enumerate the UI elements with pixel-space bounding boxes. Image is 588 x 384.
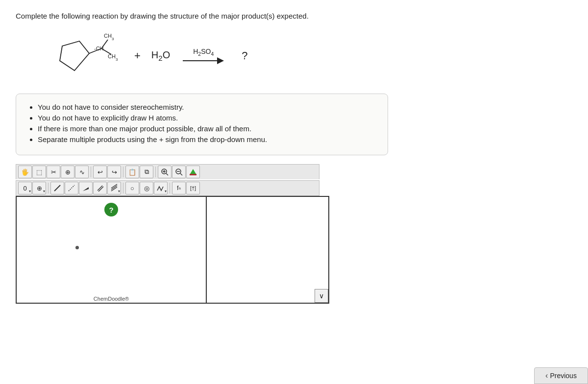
toolbar-row-1: 🖐 ⬚ ✂ ⊕ ∿ ↩ ↪ 📋 ⧉ [16, 164, 319, 179]
question-text: Complete the following reaction by drawi… [16, 12, 572, 20]
zoom-out-tool[interactable] [172, 166, 186, 178]
chain-btn[interactable] [154, 182, 168, 194]
chemdoodle-toolbar: 🖐 ⬚ ✂ ⊕ ∿ ↩ ↪ 📋 ⧉ [16, 164, 319, 196]
marquee-tool[interactable]: ⬚ [32, 166, 46, 178]
separator [91, 167, 91, 177]
reaction-area: CH3 -CH CH3 + H2O H2SO4 ? [45, 29, 572, 83]
svg-marker-14 [190, 169, 196, 174]
previous-label: Previous [550, 372, 576, 380]
svg-line-12 [180, 173, 182, 175]
instruction-item: If there is more than one major product … [38, 124, 376, 133]
circle-shape-btn[interactable]: ○ [125, 182, 139, 194]
side-panel: ∨ [207, 196, 329, 304]
instruction-item: You do not have to consider stereochemis… [38, 103, 376, 111]
canvas-wrapper: ? ChemDoodle® ∨ [16, 196, 572, 304]
plus-sign: + [134, 49, 141, 62]
redo-tool[interactable]: ↪ [107, 166, 121, 178]
copy-tool[interactable]: ⧉ [140, 166, 153, 178]
toolbar-row-2: 0 ⊕ ○ ◎ [16, 180, 319, 196]
instructions-box: You do not have to consider stereochemis… [16, 94, 388, 155]
wedge-bond-btn[interactable] [79, 182, 93, 194]
chemdoodle-label: ChemDoodle® [94, 296, 129, 302]
panel-dropdown-btn[interactable]: ∨ [315, 289, 328, 303]
molecule-structure: CH3 -CH CH3 [45, 29, 123, 83]
draw-canvas[interactable]: ? ChemDoodle® [16, 196, 207, 304]
zoom-in-tool[interactable] [158, 166, 172, 178]
single-bond-btn[interactable] [50, 182, 64, 194]
dot-indicator [75, 246, 79, 249]
add-atom-btn[interactable]: ⊕ [32, 182, 46, 194]
previous-button[interactable]: ‹ Previous [534, 367, 588, 384]
template-tool[interactable]: 📋 [125, 166, 139, 178]
triple-bond-btn[interactable] [107, 182, 121, 194]
svg-text:-CH: -CH [94, 46, 104, 51]
svg-rect-15 [190, 174, 196, 175]
reaction-arrow: H2SO4 [183, 48, 224, 65]
bracket-tool-btn[interactable]: [†] [186, 182, 200, 194]
product-placeholder: ? [242, 49, 247, 62]
instruction-item: You do not have to explicitly draw H ato… [38, 114, 376, 122]
chevron-left-icon: ‹ [545, 371, 548, 380]
ring-shape-btn[interactable]: ◎ [140, 182, 153, 194]
svg-text:CH3: CH3 [104, 33, 114, 41]
lasso-tool[interactable]: ✂ [47, 166, 60, 178]
svg-marker-0 [60, 41, 89, 71]
help-bubble[interactable]: ? [104, 203, 118, 216]
svg-line-16 [54, 185, 60, 191]
separator [170, 183, 170, 193]
dashed-bond-btn[interactable] [65, 182, 78, 194]
ring-query-tool[interactable]: ⊕ [61, 166, 74, 178]
instruction-item: Separate multiple products using the + s… [38, 135, 376, 144]
svg-text:CH3: CH3 [108, 53, 118, 62]
double-bond-btn[interactable] [93, 182, 107, 194]
separator [123, 183, 123, 193]
separator [48, 183, 49, 193]
color-tool[interactable] [186, 166, 200, 178]
svg-line-17 [69, 185, 74, 191]
svg-marker-18 [83, 187, 89, 191]
undo-tool[interactable]: ↩ [93, 166, 107, 178]
separator [155, 167, 156, 177]
svg-line-8 [166, 173, 168, 175]
instructions-list: You do not have to consider stereochemis… [28, 103, 376, 144]
subscript-tool-btn[interactable]: fn [172, 182, 186, 194]
atom-label-btn[interactable]: 0 [18, 182, 32, 194]
separator [123, 167, 123, 177]
catalyst-label: H2SO4 [193, 48, 214, 57]
h2o-reagent: H2O [151, 49, 170, 62]
hand-tool[interactable]: 🖐 [18, 166, 32, 178]
bond-query-tool[interactable]: ∿ [75, 166, 89, 178]
